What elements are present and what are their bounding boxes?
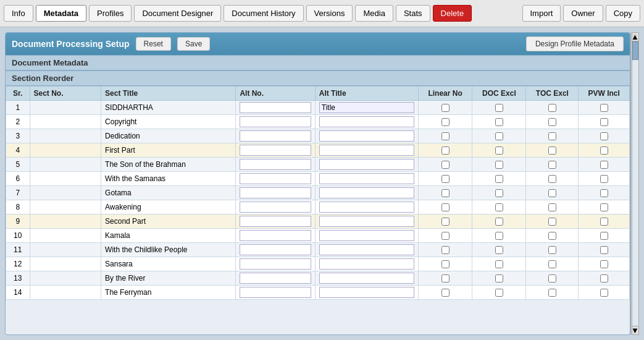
doc-excl-cell[interactable]: [472, 243, 526, 257]
linear-cell[interactable]: [418, 271, 472, 286]
linear-checkbox[interactable]: [441, 161, 450, 169]
linear-cell[interactable]: [418, 215, 472, 229]
pvw-incl-checkbox[interactable]: [600, 232, 608, 240]
linear-cell[interactable]: [418, 158, 472, 172]
doc-excl-cell[interactable]: [472, 101, 526, 115]
pvw-incl-checkbox[interactable]: [600, 118, 608, 126]
linear-checkbox[interactable]: [441, 289, 450, 297]
toc-excl-cell[interactable]: [526, 129, 579, 143]
linear-cell[interactable]: [418, 186, 472, 200]
toc-excl-checkbox[interactable]: [548, 203, 556, 211]
alt-title-cell[interactable]: [315, 143, 418, 158]
alt-no-input[interactable]: [240, 102, 311, 113]
linear-checkbox[interactable]: [441, 260, 450, 268]
doc-excl-cell[interactable]: [472, 186, 526, 200]
doc-excl-cell[interactable]: [472, 172, 526, 186]
alt-no-cell[interactable]: [236, 200, 315, 215]
pvw-incl-checkbox[interactable]: [600, 260, 608, 268]
alt-title-cell[interactable]: [315, 243, 418, 257]
pvw-incl-checkbox[interactable]: [600, 289, 608, 297]
alt-title-cell[interactable]: [315, 172, 418, 186]
linear-checkbox[interactable]: [441, 232, 450, 240]
linear-checkbox[interactable]: [441, 104, 450, 112]
pvw-incl-cell[interactable]: [579, 172, 630, 186]
pvw-incl-cell[interactable]: [579, 200, 630, 215]
alt-no-input[interactable]: [240, 244, 311, 255]
alt-title-input[interactable]: [319, 116, 414, 127]
doc-excl-cell[interactable]: [472, 215, 526, 229]
pvw-incl-cell[interactable]: [579, 271, 630, 286]
alt-title-cell[interactable]: [315, 271, 418, 286]
tab-document-history[interactable]: Document History: [224, 5, 303, 22]
doc-excl-cell[interactable]: [472, 158, 526, 172]
alt-no-input[interactable]: [240, 230, 311, 241]
alt-title-input[interactable]: [319, 216, 414, 227]
alt-no-input[interactable]: [240, 130, 311, 142]
doc-excl-cell[interactable]: [472, 271, 526, 286]
toc-excl-checkbox[interactable]: [548, 189, 556, 197]
doc-excl-cell[interactable]: [472, 143, 526, 158]
alt-title-cell[interactable]: [315, 101, 418, 115]
linear-checkbox[interactable]: [441, 118, 450, 126]
pvw-incl-cell[interactable]: [579, 158, 630, 172]
toc-excl-checkbox[interactable]: [548, 260, 556, 268]
alt-no-input[interactable]: [240, 216, 311, 227]
pvw-incl-cell[interactable]: [579, 101, 630, 115]
pvw-incl-cell[interactable]: [579, 286, 630, 300]
alt-no-cell[interactable]: [236, 271, 315, 286]
toc-excl-cell[interactable]: [526, 229, 579, 243]
alt-no-input[interactable]: [240, 273, 311, 284]
linear-checkbox[interactable]: [441, 246, 450, 254]
toc-excl-cell[interactable]: [526, 186, 579, 200]
alt-no-cell[interactable]: [236, 186, 315, 200]
alt-no-cell[interactable]: [236, 215, 315, 229]
alt-title-cell[interactable]: [315, 229, 418, 243]
alt-no-cell[interactable]: [236, 257, 315, 271]
tab-document-designer[interactable]: Document Designer: [134, 5, 221, 22]
scroll-thumb[interactable]: [632, 41, 638, 60]
alt-title-cell[interactable]: [315, 186, 418, 200]
toc-excl-cell[interactable]: [526, 257, 579, 271]
alt-no-input[interactable]: [240, 258, 311, 270]
pvw-incl-cell[interactable]: [579, 115, 630, 129]
alt-title-input[interactable]: [319, 145, 414, 156]
toc-excl-checkbox[interactable]: [548, 175, 556, 183]
doc-excl-cell[interactable]: [472, 229, 526, 243]
alt-title-input[interactable]: [319, 102, 414, 113]
doc-excl-cell[interactable]: [472, 115, 526, 129]
pvw-incl-cell[interactable]: [579, 129, 630, 143]
doc-excl-checkbox[interactable]: [495, 260, 503, 268]
alt-title-input[interactable]: [319, 244, 414, 255]
tab-profiles[interactable]: Profiles: [89, 5, 132, 22]
toc-excl-cell[interactable]: [526, 200, 579, 215]
scroll-track[interactable]: [632, 41, 639, 326]
doc-excl-cell[interactable]: [472, 257, 526, 271]
doc-excl-checkbox[interactable]: [495, 203, 503, 211]
doc-excl-checkbox[interactable]: [495, 132, 503, 140]
tab-info[interactable]: Info: [4, 5, 33, 22]
linear-cell[interactable]: [418, 229, 472, 243]
pvw-incl-cell[interactable]: [579, 143, 630, 158]
toc-excl-checkbox[interactable]: [548, 232, 556, 240]
pvw-incl-checkbox[interactable]: [600, 274, 608, 283]
linear-cell[interactable]: [418, 243, 472, 257]
doc-excl-checkbox[interactable]: [495, 175, 503, 183]
pvw-incl-checkbox[interactable]: [600, 218, 608, 226]
linear-cell[interactable]: [418, 101, 472, 115]
save-button[interactable]: Save: [177, 37, 210, 51]
toc-excl-cell[interactable]: [526, 172, 579, 186]
reset-button[interactable]: Reset: [136, 37, 171, 51]
linear-checkbox[interactable]: [441, 274, 450, 283]
toc-excl-checkbox[interactable]: [548, 289, 556, 297]
pvw-incl-cell[interactable]: [579, 229, 630, 243]
alt-no-cell[interactable]: [236, 243, 315, 257]
doc-excl-cell[interactable]: [472, 129, 526, 143]
doc-excl-checkbox[interactable]: [495, 232, 503, 240]
doc-excl-checkbox[interactable]: [495, 274, 503, 283]
toc-excl-cell[interactable]: [526, 271, 579, 286]
delete-button[interactable]: Delete: [433, 5, 472, 22]
alt-no-cell[interactable]: [236, 115, 315, 129]
linear-checkbox[interactable]: [441, 147, 450, 155]
alt-no-input[interactable]: [240, 116, 311, 127]
design-profile-button[interactable]: Design Profile Metadata: [526, 36, 624, 51]
